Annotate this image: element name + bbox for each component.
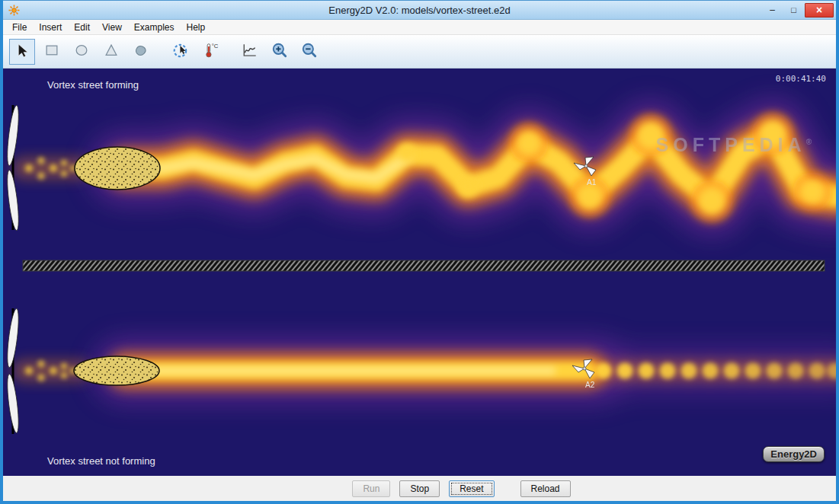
close-button[interactable]: ×: [805, 3, 834, 18]
thermometer-unit-label: °C: [212, 43, 219, 49]
stream-tail: [592, 359, 836, 382]
obstacle-bottom[interactable]: [74, 356, 159, 385]
graph-icon: [242, 42, 258, 61]
reload-button[interactable]: Reload: [520, 480, 571, 497]
select-tool-button[interactable]: [9, 39, 35, 65]
rectangle-tool-button[interactable]: [39, 39, 65, 65]
app-window: Energy2D V2.0: models/vortex-street.e2d …: [0, 0, 839, 504]
title-bar[interactable]: Energy2D V2.0: models/vortex-street.e2d …: [3, 0, 836, 20]
menu-item-file[interactable]: File: [6, 20, 33, 35]
app-icon: [8, 5, 20, 16]
caption-top: Vortex street forming: [47, 79, 139, 91]
triangle-tool-button[interactable]: [98, 39, 124, 65]
heatmap: A1 A2: [3, 69, 836, 476]
sensor-label-a2: A2: [585, 381, 595, 389]
control-bar: Run Stop Reset Reload: [3, 476, 836, 501]
ellipse-tool-button[interactable]: [69, 39, 94, 65]
menu-item-insert[interactable]: Insert: [33, 20, 68, 35]
pointing-hand-icon: [172, 42, 189, 61]
reset-button[interactable]: Reset: [449, 480, 494, 497]
caption-bottom: Vortex street not forming: [47, 455, 155, 467]
sensor-label-a1: A1: [587, 178, 597, 187]
graph-tool-button[interactable]: [237, 39, 263, 65]
simulation-canvas[interactable]: A1 A2 Vortex street forming Vortex stree…: [3, 69, 836, 476]
stop-button[interactable]: Stop: [399, 480, 440, 497]
rectangle-icon: [44, 43, 59, 60]
zoom-out-icon: [301, 42, 318, 61]
minimize-button[interactable]: –: [762, 3, 783, 18]
run-button[interactable]: Run: [352, 480, 390, 497]
energy2d-logo-badge: Energy2D: [763, 446, 825, 462]
menu-bar: File Insert Edit View Examples Help: [3, 20, 836, 35]
menu-item-help[interactable]: Help: [181, 20, 212, 35]
ellipse-icon: [74, 43, 89, 60]
menu-item-edit[interactable]: Edit: [68, 20, 96, 35]
menu-item-view[interactable]: View: [96, 20, 128, 35]
simulation-timer: 0:00:41:40: [776, 74, 826, 84]
thermometer-tool-button[interactable]: °C: [197, 39, 223, 65]
maximize-button[interactable]: □: [783, 3, 804, 18]
blob-icon: [133, 43, 149, 60]
wall[interactable]: [23, 260, 825, 271]
zoom-out-tool-button[interactable]: [296, 39, 322, 65]
window-title: Energy2D V2.0: models/vortex-street.e2d: [3, 5, 836, 16]
zoom-in-tool-button[interactable]: [267, 39, 293, 65]
menu-item-examples[interactable]: Examples: [128, 20, 181, 35]
thermometer-icon: °C: [202, 42, 219, 61]
registered-mark: ®: [806, 138, 812, 146]
triangle-icon: [104, 43, 119, 60]
obstacle-top[interactable]: [75, 147, 160, 190]
toolbar: °C: [3, 35, 836, 69]
zoom-in-icon: [271, 42, 288, 61]
blob-tool-button[interactable]: [128, 39, 154, 65]
cursor-arrow-icon: [14, 43, 30, 60]
interact-tool-button[interactable]: [168, 39, 194, 65]
softpedia-watermark: SOFTPEDIA®: [656, 134, 812, 156]
